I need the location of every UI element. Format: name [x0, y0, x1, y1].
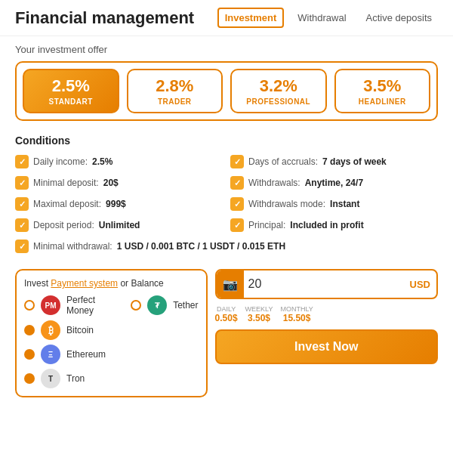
conditions-title: Conditions [15, 134, 438, 147]
offer-card-headliner[interactable]: 3.5% HEADLINER [334, 69, 431, 113]
right-panel: 📷 USD DAILY 0.50$ WEEKLY 3.50$ MONTHLY 1… [215, 269, 438, 397]
coin-icon-tether: ₮ [147, 295, 167, 315]
amount-currency: USD [404, 279, 436, 290]
payment-box: Invest Payment system or Balance PM Perf… [15, 269, 208, 397]
offer-label: Your investment offer [15, 44, 438, 55]
stat-weekly-label: WEEKLY [245, 305, 273, 313]
stat-daily-label: DAILY [215, 305, 238, 313]
condition-label-days: Days of accruals: [248, 156, 318, 167]
payment-list: PM Perfect Money ₮ Tether ₿ Bitcoin Ξ Et… [24, 295, 199, 388]
header: Financial management Investment Withdraw… [0, 0, 453, 36]
coin-icon-pm: PM [41, 295, 60, 315]
check-icon-principal [230, 218, 244, 232]
payment-item-perfect-money[interactable]: PM Perfect Money ₮ Tether [24, 295, 199, 316]
offer-percent-professional: 3.2% [235, 76, 322, 96]
condition-value-principal: Included in profit [290, 220, 363, 230]
stat-monthly-label: MONTHLY [280, 305, 313, 313]
invest-label: Invest [24, 278, 48, 289]
condition-label-period: Deposit period: [33, 220, 94, 230]
stat-weekly: WEEKLY 3.50$ [245, 305, 273, 323]
radio-btc[interactable] [24, 325, 35, 335]
check-icon-wmode [230, 197, 244, 211]
condition-principal: Principal: Included in profit [230, 216, 438, 234]
conditions-section: Conditions Daily income: 2.5% Days of ac… [0, 128, 453, 261]
payment-item-ethereum[interactable]: Ξ Ethereum [24, 345, 199, 364]
condition-minimal-deposit: Minimal deposit: 20$ [15, 174, 223, 192]
coin-icon-eth: Ξ [41, 345, 60, 364]
condition-value-wmode: Instant [330, 199, 359, 209]
payment-title: Invest Payment system or Balance [24, 278, 199, 289]
condition-value-days: 7 days of week [322, 156, 387, 167]
check-icon-min-wd [15, 240, 29, 253]
condition-withdrawals: Withdrawals: Anytime, 24/7 [230, 174, 438, 192]
tab-withdrawal[interactable]: Withdrawal [291, 9, 352, 26]
offer-name-standart: STANDART [27, 97, 115, 106]
payment-name-pm: Perfect Money [66, 295, 119, 316]
coin-icon-tron: T [41, 369, 60, 388]
radio-pm[interactable] [24, 300, 35, 311]
condition-withdrawals-mode: Withdrawals mode: Instant [230, 195, 438, 213]
payment-item-bitcoin[interactable]: ₿ Bitcoin [24, 320, 199, 340]
stat-monthly: MONTHLY 15.50$ [280, 305, 313, 323]
check-icon-min-dep [15, 176, 29, 190]
condition-label-withdrawals: Withdrawals: [248, 178, 300, 188]
stat-weekly-value: 3.50$ [245, 313, 273, 323]
radio-tron[interactable] [24, 373, 35, 384]
check-icon-daily [15, 155, 29, 168]
condition-days-accruals: Days of accruals: 7 days of week [230, 153, 438, 171]
bottom-section: Invest Payment system or Balance PM Perf… [0, 261, 453, 405]
condition-min-withdrawal: Minimal withdrawal: 1 USD / 0.001 BTC / … [15, 237, 438, 255]
offer-card-standart[interactable]: 2.5% STANDART [23, 69, 119, 113]
condition-value-min-wd: 1 USD / 0.001 BTC / 1 USDT / 0.015 ETH [117, 241, 285, 252]
radio-eth[interactable] [24, 349, 35, 360]
offer-card-professional[interactable]: 3.2% PROFESSIONAL [230, 69, 327, 113]
check-icon-withdrawals [230, 176, 244, 190]
payment-item-tron[interactable]: T Tron [24, 369, 199, 388]
condition-maximal-deposit: Maximal deposit: 999$ [15, 195, 223, 213]
check-icon-max-dep [15, 197, 29, 211]
offer-section: Your investment offer 2.5% STANDART 2.8%… [0, 36, 453, 128]
condition-value-max-dep: 999$ [106, 199, 126, 209]
check-icon-days [230, 155, 244, 168]
amount-input[interactable] [244, 273, 404, 295]
tabs: Investment Withdrawal Active deposits [217, 8, 438, 28]
invest-now-button[interactable]: Invest Now [215, 329, 438, 364]
check-icon-period [15, 218, 29, 232]
offer-name-headliner: HEADLINER [339, 97, 427, 106]
offer-percent-trader: 2.8% [131, 76, 219, 96]
offer-cards: 2.5% STANDART 2.8% TRADER 3.2% PROFESSIO… [15, 61, 438, 121]
stat-monthly-value: 15.50$ [280, 313, 313, 323]
camera-icon: 📷 [217, 270, 244, 298]
condition-label-min-dep: Minimal deposit: [33, 178, 99, 188]
payment-system-link[interactable]: Payment system [51, 278, 118, 289]
or-label: or [120, 278, 131, 289]
stat-daily-value: 0.50$ [215, 313, 238, 323]
offer-name-professional: PROFESSIONAL [235, 97, 322, 106]
conditions-grid: Daily income: 2.5% Days of accruals: 7 d… [15, 153, 438, 255]
payment-name-eth: Ethereum [66, 349, 106, 360]
page-title: Financial management [15, 8, 217, 28]
condition-deposit-period: Deposit period: Unlimited [15, 216, 223, 234]
coin-icon-btc: ₿ [41, 320, 60, 340]
payment-name-tether: Tether [173, 300, 198, 311]
offer-percent-standart: 2.5% [27, 76, 115, 96]
condition-daily-income: Daily income: 2.5% [15, 153, 223, 171]
payment-name-btc: Bitcoin [66, 325, 94, 335]
offer-name-trader: TRADER [131, 97, 219, 106]
stats-row: DAILY 0.50$ WEEKLY 3.50$ MONTHLY 15.50$ [215, 305, 438, 323]
condition-value-withdrawals: Anytime, 24/7 [305, 178, 363, 188]
condition-label-min-wd: Minimal withdrawal: [33, 241, 112, 252]
radio-tether[interactable] [131, 300, 141, 311]
condition-label-daily: Daily income: [33, 156, 88, 167]
tab-active-deposits[interactable]: Active deposits [360, 9, 438, 26]
condition-label-max-dep: Maximal deposit: [33, 199, 101, 209]
main-container: Financial management Investment Withdraw… [0, 0, 453, 476]
condition-value-period: Unlimited [99, 220, 140, 230]
condition-label-principal: Principal: [248, 220, 285, 230]
stat-daily: DAILY 0.50$ [215, 305, 238, 323]
amount-input-box[interactable]: 📷 USD [215, 269, 438, 299]
balance-label[interactable]: Balance [131, 278, 163, 289]
tab-investment[interactable]: Investment [217, 8, 285, 28]
offer-card-trader[interactable]: 2.8% TRADER [127, 69, 223, 113]
condition-value-min-dep: 20$ [103, 178, 119, 188]
